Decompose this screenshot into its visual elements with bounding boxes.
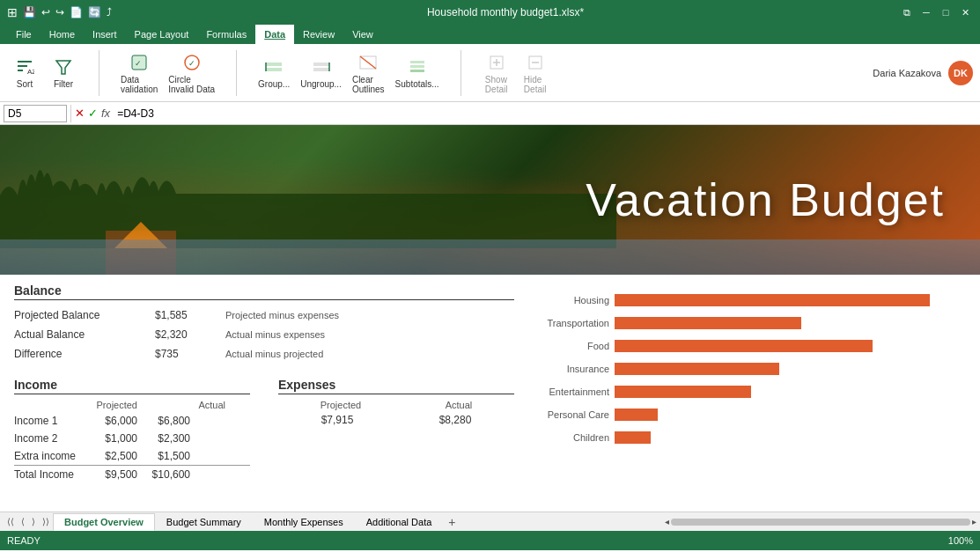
projected-balance-label: Projected Balance — [14, 309, 155, 321]
children-bar-container — [615, 431, 973, 444]
chart-row-transportation: Transportation — [535, 313, 973, 333]
svg-rect-17 — [410, 61, 424, 63]
scroll-right-arrow[interactable]: ▸ — [972, 517, 976, 526]
svg-rect-19 — [410, 70, 424, 72]
sort-filter-group: AZ Sort Filter — [7, 55, 81, 91]
tab-insert[interactable]: Insert — [84, 25, 126, 44]
sheet-nav-next[interactable]: ⟩ — [28, 517, 39, 526]
tab-home[interactable]: Home — [41, 25, 84, 44]
ribbon-content: AZ Sort Filter ✓ Datavalidation — [0, 44, 980, 102]
tab-budget-summary[interactable]: Budget Summary — [155, 513, 253, 531]
income-projected-header: Projected — [85, 400, 137, 410]
detail-group: ShowDetail HideDetail — [479, 50, 553, 96]
chart-row-food: Food — [535, 336, 973, 356]
transportation-bar — [615, 317, 801, 329]
cell-reference[interactable] — [4, 105, 67, 122]
sheet-nav-prev[interactable]: ⟨ — [18, 517, 28, 526]
income-actual-header: Actual — [173, 400, 225, 410]
ungroup-icon — [311, 56, 332, 77]
tab-budget-overview[interactable]: Budget Overview — [53, 513, 155, 531]
tab-page-layout[interactable]: Page Layout — [126, 25, 198, 44]
total-income-actual: $10,600 — [137, 468, 190, 481]
chart-row-entertainment: Entertainment — [535, 382, 973, 401]
balance-section: Balance Projected Balance $1,585 Project… — [14, 283, 514, 364]
income-total-row: Total Income $9,500 $10,600 — [14, 465, 250, 482]
transportation-bar-container — [615, 317, 973, 329]
sort-button[interactable]: AZ Sort — [7, 55, 42, 91]
minimize-btn[interactable]: ─ — [918, 4, 934, 20]
tab-review[interactable]: Review — [294, 25, 343, 44]
personal-care-bar-container — [615, 408, 973, 421]
clear-outlines-button[interactable]: ClearOutlines — [349, 50, 388, 96]
hide-detail-icon — [525, 52, 546, 73]
data-validation-button[interactable]: ✓ Datavalidation — [117, 50, 161, 96]
extra-income-label: Extra income — [14, 450, 85, 462]
user-name: Daria Kazakova — [873, 68, 941, 78]
autosave-icon[interactable]: 🔄 — [88, 6, 101, 18]
show-detail-label: ShowDetail — [485, 75, 508, 94]
scrollbar-thumb — [671, 519, 970, 526]
formula-input[interactable] — [114, 107, 976, 120]
data-validation-label: Datavalidation — [121, 75, 158, 94]
entertainment-bar — [615, 386, 751, 398]
clear-outlines-icon — [357, 52, 379, 73]
income-section: Income Projected Actual Income 1 $6,000 … — [14, 378, 250, 482]
scrollbar-area: ◂ ▸ — [665, 517, 976, 526]
svg-rect-12 — [313, 63, 329, 66]
hide-detail-button[interactable]: HideDetail — [518, 50, 553, 96]
sheet-nav-first[interactable]: ⟨⟨ — [4, 517, 18, 526]
confirm-icon[interactable]: ✓ — [88, 107, 98, 120]
entertainment-label: Entertainment — [535, 386, 615, 397]
close-btn[interactable]: ✕ — [957, 4, 973, 20]
fx-icon[interactable]: fx — [101, 107, 110, 120]
svg-marker-4 — [56, 61, 70, 74]
difference-label: Difference — [14, 348, 155, 360]
maximize-btn[interactable]: □ — [938, 4, 954, 20]
income-1-actual: $6,800 — [137, 415, 190, 427]
ungroup-button[interactable]: Ungroup... — [297, 55, 345, 91]
group-label: Group... — [258, 79, 290, 89]
income-1-label: Income 1 — [14, 415, 85, 427]
filter-icon — [53, 56, 74, 77]
tab-data[interactable]: Data — [255, 25, 294, 44]
chart-panel: Housing Transportation Food — [528, 275, 980, 512]
show-detail-button[interactable]: ShowDetail — [479, 50, 514, 96]
user-area: Daria Kazakova DK — [873, 61, 973, 85]
scrollbar-track[interactable] — [671, 519, 970, 526]
tab-formulas[interactable]: Formulas — [197, 25, 255, 44]
projected-balance-row: Projected Balance $1,585 Projected minus… — [14, 305, 514, 325]
insurance-bar — [615, 363, 779, 375]
expenses-actual-header: Actual — [446, 400, 473, 410]
circle-invalid-label: CircleInvalid Data — [168, 75, 215, 94]
restore-btn[interactable]: ⧉ — [899, 4, 915, 20]
title-bar-left: ⊞ 💾 ↩ ↪ 📄 🔄 ⤴ — [7, 5, 112, 19]
scroll-left-arrow[interactable]: ◂ — [665, 517, 669, 526]
svg-text:✓: ✓ — [135, 59, 142, 68]
redo-icon[interactable]: ↪ — [55, 6, 64, 18]
expenses-section: Expenses Projected Actual $7,915 $8,280 — [278, 378, 514, 482]
insurance-bar-container — [615, 363, 973, 375]
group-button[interactable]: Group... — [254, 55, 293, 91]
subtotals-button[interactable]: Subtotals... — [392, 55, 443, 91]
svg-rect-13 — [313, 68, 329, 71]
income-row-2: Extra income $2,500 $1,500 — [14, 447, 250, 465]
sheet-nav-last[interactable]: ⟩⟩ — [39, 517, 53, 526]
chart-row-insurance: Insurance — [535, 359, 973, 379]
add-sheet-btn[interactable]: + — [443, 515, 461, 529]
total-income-projected: $9,500 — [85, 468, 137, 481]
tab-additional-data[interactable]: Additional Data — [355, 513, 444, 531]
open-icon[interactable]: 📄 — [70, 6, 83, 18]
banner-image: Vacation Budget — [0, 125, 980, 275]
undo-icon[interactable]: ↩ — [41, 6, 50, 18]
chart-row-housing: Housing — [535, 291, 973, 310]
circle-invalid-button[interactable]: ✓ CircleInvalid Data — [165, 50, 218, 96]
income-1-projected: $6,000 — [85, 415, 137, 427]
tab-file[interactable]: File — [7, 25, 41, 44]
tab-view[interactable]: View — [343, 25, 382, 44]
filter-button[interactable]: Filter — [46, 55, 81, 91]
cancel-icon[interactable]: ✕ — [75, 107, 85, 120]
income-col-headers: Projected Actual — [85, 400, 250, 410]
tab-monthly-expenses[interactable]: Monthly Expenses — [253, 513, 355, 531]
save-icon[interactable]: 💾 — [23, 6, 36, 18]
svg-line-16 — [360, 56, 376, 69]
